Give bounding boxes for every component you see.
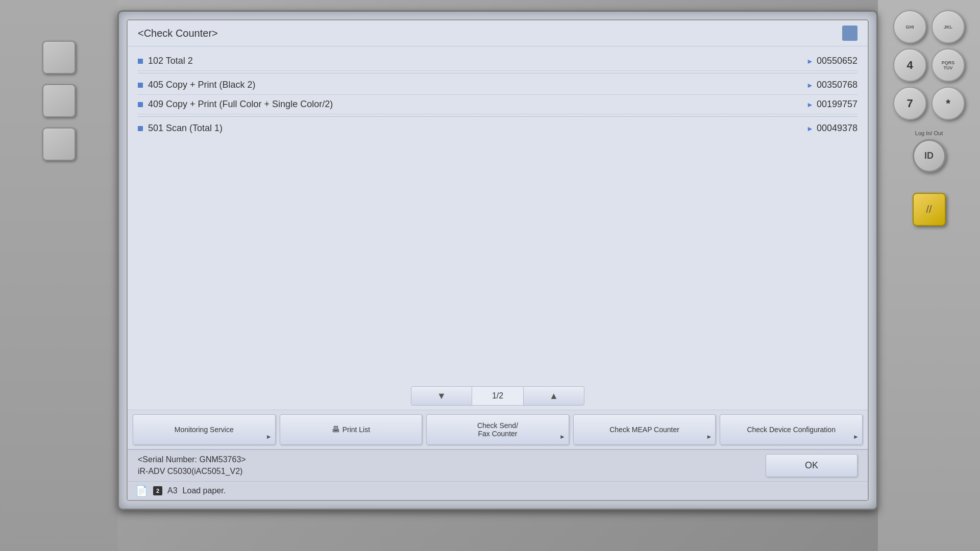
right-panel: GHI JKL 4 PQRS TUV 7 * Log In/ Out ID //: [878, 0, 980, 551]
print-icon: 🖶: [332, 425, 340, 434]
meap-arrow-icon: ►: [706, 433, 712, 440]
key-4[interactable]: 4: [893, 48, 926, 82]
fax-arrow-icon: ►: [559, 433, 566, 440]
status-bar: 📄 2 A3 Load paper.: [128, 481, 868, 500]
counter-arrow-102: ►: [806, 57, 814, 65]
screen-container: <Check Counter> 102 Total 2 ► 00550652: [117, 10, 878, 510]
check-meap-button[interactable]: Check MEAP Counter ►: [573, 414, 716, 445]
counter-row-501: 501 Scan (Total 1) ► 00049378: [138, 119, 857, 138]
left-panel: [0, 0, 117, 551]
id-button[interactable]: ID: [913, 139, 946, 172]
check-device-button[interactable]: Check Device Configuration ►: [720, 414, 863, 445]
monitoring-service-button[interactable]: Monitoring Service ►: [133, 414, 276, 445]
key-7[interactable]: 7: [893, 87, 926, 120]
counter-value-102: 00550652: [817, 56, 857, 66]
counter-label-409: 409 Copy + Print (Full Color + Single Co…: [148, 99, 333, 110]
pagination-area: ▼ 1/2 ▲: [128, 382, 868, 410]
counter-value-409: 00199757: [817, 99, 857, 110]
ok-button[interactable]: OK: [766, 454, 857, 477]
bottom-buttons: Monitoring Service ► 🖶 Print List Check …: [128, 410, 868, 449]
status-badge: 2: [153, 486, 162, 495]
counter-row-409: 409 Copy + Print (Full Color + Single Co…: [138, 95, 857, 114]
title-bar: <Check Counter>: [128, 20, 868, 46]
key-ghi[interactable]: GHI: [893, 10, 926, 43]
paper-size: A3: [167, 486, 178, 495]
counter-arrow-409: ►: [806, 101, 814, 109]
left-button-1[interactable]: [42, 41, 76, 74]
counter-bullet-409: [138, 102, 143, 107]
counter-row-405: 405 Copy + Print (Black 2) ► 00350768: [138, 76, 857, 95]
counter-area: 102 Total 2 ► 00550652 405 Copy + Print …: [128, 46, 868, 382]
key-star[interactable]: *: [932, 87, 965, 120]
status-message: Load paper.: [183, 486, 226, 495]
print-list-button[interactable]: 🖶 Print List: [280, 414, 423, 445]
counter-bullet-405: [138, 83, 143, 88]
page-indicator: 1/2: [472, 386, 523, 406]
lcd-screen: <Check Counter> 102 Total 2 ► 00550652: [127, 19, 869, 501]
sep-1: [138, 73, 857, 73]
numpad-row-3: 7 *: [893, 87, 965, 120]
left-button-3[interactable]: [42, 128, 76, 161]
counter-label-405: 405 Copy + Print (Black 2): [148, 80, 256, 90]
key-jkl[interactable]: JKL: [932, 10, 965, 43]
counter-bullet-102: [138, 59, 143, 64]
page-next-button[interactable]: ▲: [523, 386, 584, 406]
left-button-2[interactable]: [42, 84, 76, 117]
login-section: Log In/ Out ID: [913, 130, 946, 172]
counter-label-102: 102 Total 2: [148, 56, 193, 66]
key-pqrs[interactable]: PQRS TUV: [932, 48, 965, 82]
counter-bullet-501: [138, 126, 143, 131]
yellow-slash-button[interactable]: //: [913, 193, 946, 226]
serial-info: <Serial Number: GNM53763> iR-ADV C5030(i…: [138, 454, 246, 477]
counter-arrow-405: ►: [806, 81, 814, 89]
numpad-row-top: GHI JKL: [893, 10, 965, 43]
page-prev-button[interactable]: ▼: [411, 386, 472, 406]
title-icon: [842, 26, 857, 41]
counter-value-405: 00350768: [817, 80, 857, 90]
serial-line1: <Serial Number: GNM53763>: [138, 454, 246, 465]
check-send-fax-button[interactable]: Check Send/Fax Counter ►: [426, 414, 569, 445]
counter-label-501: 501 Scan (Total 1): [148, 123, 223, 134]
serial-line2: iR-ADV C5030(iAC5051_V2): [138, 466, 246, 477]
screen-title: <Check Counter>: [138, 28, 218, 39]
device-arrow-icon: ►: [853, 433, 859, 440]
counter-row-102: 102 Total 2 ► 00550652: [138, 52, 857, 71]
monitoring-arrow-icon: ►: [266, 433, 272, 440]
footer-bar: <Serial Number: GNM53763> iR-ADV C5030(i…: [128, 449, 868, 481]
counter-arrow-501: ►: [806, 124, 814, 133]
sep-2: [138, 116, 857, 117]
numpad-row-2: 4 PQRS TUV: [893, 48, 965, 82]
paper-icon: 📄: [135, 485, 148, 497]
counter-value-501: 00049378: [817, 123, 857, 134]
